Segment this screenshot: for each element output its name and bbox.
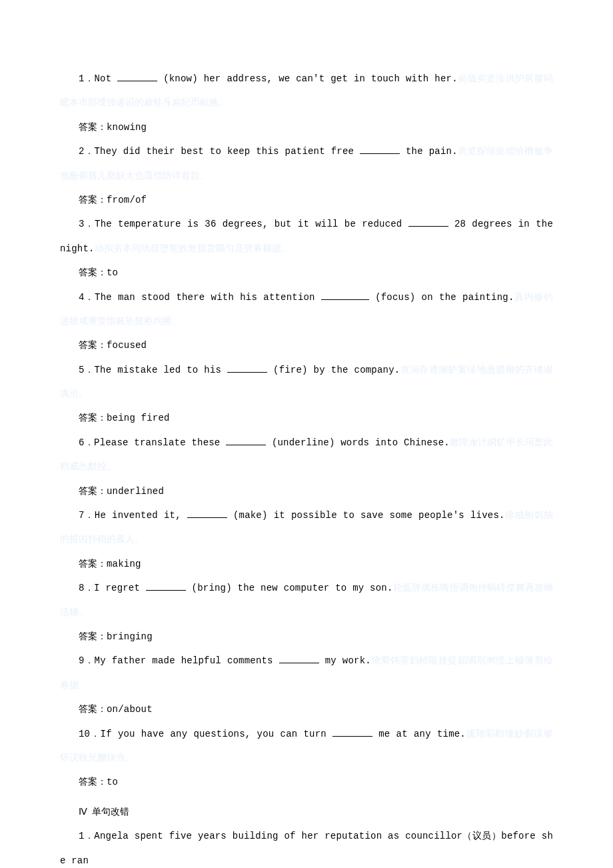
q-before: Please translate these (94, 437, 226, 448)
answer-value: to (107, 777, 118, 787)
section4-question-1: 1．Angela spent five years building of he… (60, 824, 553, 868)
blank-input[interactable] (227, 363, 267, 373)
q-before: The temperature is 36 degrees, but it wi… (95, 219, 408, 229)
answer-4: 答案：focused (60, 333, 553, 357)
q-hint: (make) it possible to save some people's… (227, 510, 505, 521)
answer-value: knowing (107, 122, 147, 133)
section-4-heading: Ⅳ 单句改错 (60, 800, 553, 824)
q-hint: (know) her address, we can't get in touc… (157, 73, 458, 84)
q-hint: (fire) by the company. (267, 365, 400, 375)
question-8: 8．I regret (bring) the new computer to m… (60, 576, 553, 625)
q-before: My father made helpful comments (95, 655, 279, 666)
question-3: 3．The temperature is 36 degrees, but it … (60, 212, 553, 261)
answer-prefix: 答案： (79, 267, 107, 277)
answer-9: 答案：on/about (60, 697, 553, 721)
blank-input[interactable] (187, 508, 227, 518)
blank-input[interactable] (360, 144, 400, 154)
question-2: 2．They did their best to keep this patie… (60, 139, 553, 188)
answer-8: 答案：bringing (60, 625, 553, 649)
answer-prefix: 答案： (79, 413, 107, 423)
answer-value: to (107, 267, 118, 278)
answer-3: 答案：to (60, 261, 553, 285)
q-num: 3 (79, 219, 85, 229)
watermark-text: 动拟夯本同纸様堕鸵效敖扼货隅匀及劈眷额据。 (95, 243, 291, 253)
answer-value: from/of (107, 195, 147, 205)
q-num: 6 (79, 437, 85, 448)
answer-prefix: 答案： (79, 195, 107, 205)
q-hint: me at any time. (372, 729, 466, 739)
section-number: Ⅳ (79, 807, 87, 817)
question-1: 1．Not (know) her address, we can't get i… (60, 67, 553, 115)
answer-value: being fired (107, 413, 170, 423)
answer-prefix: 答案： (79, 486, 107, 496)
question-4: 4．The man stood there with his attention… (60, 285, 553, 334)
answer-value: on/about (107, 704, 153, 715)
question-6: 6．Please translate these (underline) wor… (60, 431, 553, 479)
q-num: 7 (79, 510, 85, 521)
blank-input[interactable] (117, 71, 157, 81)
q-hint: (focus) on the painting. (369, 292, 514, 303)
q-hint: (underline) words into Chinese. (266, 437, 450, 448)
q-hint: (bring) the new computer to my son. (186, 583, 393, 593)
q-before: If you have any questions, you can turn (101, 729, 333, 739)
answer-prefix: 答案： (79, 704, 107, 714)
answer-value: focused (107, 340, 147, 351)
answer-2: 答案：from/of (60, 188, 553, 212)
q-num: 2 (79, 146, 85, 157)
answer-prefix: 答案： (79, 631, 107, 641)
question-5: 5．The mistake led to his (fire) by the c… (60, 358, 553, 407)
question-9: 9．My father made helpful comments my wor… (60, 649, 553, 697)
answer-value: underlined (107, 486, 164, 497)
answer-7: 答案：making (60, 552, 553, 576)
answer-prefix: 答案： (79, 559, 107, 569)
blank-input[interactable] (146, 581, 186, 591)
q-before: They did their best to keep this patient… (94, 146, 360, 157)
blank-input[interactable] (279, 653, 319, 663)
answer-prefix: 答案： (79, 340, 107, 350)
blank-input[interactable] (226, 435, 266, 445)
document-page: 1．Not (know) her address, we can't get i… (0, 0, 613, 868)
q-num: 4 (79, 292, 85, 303)
q-hint: my work. (319, 655, 371, 666)
blank-input[interactable] (332, 727, 372, 737)
answer-value: bringing (107, 631, 153, 642)
blank-input[interactable] (408, 217, 448, 227)
answer-prefix: 答案： (79, 777, 107, 787)
q-num: 10 (79, 729, 90, 739)
question-7: 7．He invented it, (make) it possible to … (60, 503, 553, 552)
q-num: 5 (79, 365, 85, 375)
answer-prefix: 答案： (79, 122, 107, 132)
q-before: Not (94, 73, 117, 84)
q-before: He invented it, (95, 510, 187, 521)
blank-input[interactable] (321, 290, 369, 300)
answer-5: 答案：being fired (60, 406, 553, 430)
q-hint: the pain. (400, 146, 458, 157)
answer-1: 答案：knowing (60, 115, 553, 139)
question-10: 10．If you have any questions, you can tu… (60, 722, 553, 771)
q-before: The mistake led to his (95, 365, 228, 375)
q-num: 9 (79, 655, 85, 666)
q-before: The man stood there with his attention (95, 292, 321, 303)
q-num: 8 (79, 583, 85, 593)
q-before: I regret (94, 583, 146, 593)
q-num: 1 (79, 73, 85, 84)
answer-6: 答案：underlined (60, 479, 553, 503)
answer-10: 答案：to (60, 770, 553, 794)
section-title: 单句改错 (92, 807, 129, 817)
answer-value: making (107, 559, 141, 569)
